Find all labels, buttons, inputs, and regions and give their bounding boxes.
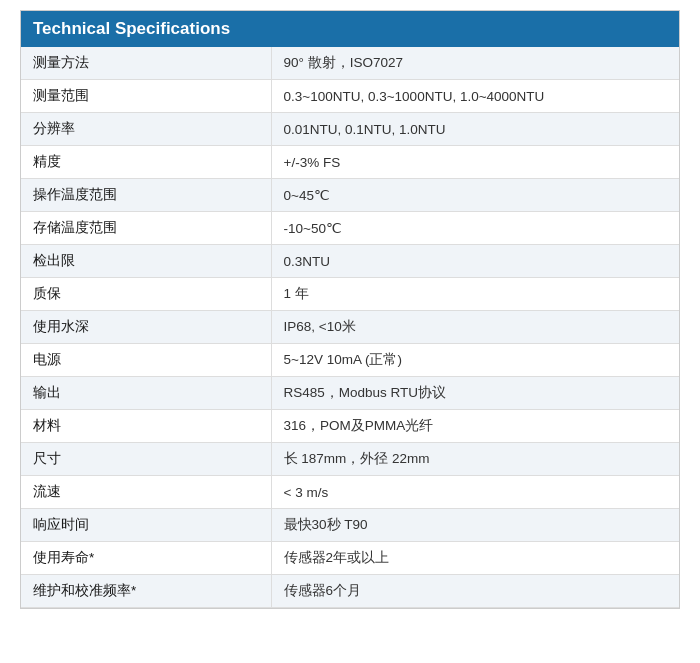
row-value: IP68, <10米 (271, 311, 679, 344)
row-value: 316，POM及PMMA光纤 (271, 410, 679, 443)
table-row: 分辨率0.01NTU, 0.1NTU, 1.0NTU (21, 113, 679, 146)
row-label: 输出 (21, 377, 271, 410)
table-row: 输出RS485，Modbus RTU协议 (21, 377, 679, 410)
specs-table: 测量方法90° 散射，ISO7027测量范围0.3~100NTU, 0.3~10… (21, 47, 679, 608)
table-row: 尺寸长 187mm，外径 22mm (21, 443, 679, 476)
row-label: 分辨率 (21, 113, 271, 146)
row-value: 0.01NTU, 0.1NTU, 1.0NTU (271, 113, 679, 146)
table-row: 维护和校准频率*传感器6个月 (21, 575, 679, 608)
row-value: 传感器2年或以上 (271, 542, 679, 575)
row-label: 操作温度范围 (21, 179, 271, 212)
row-label: 检出限 (21, 245, 271, 278)
row-label: 尺寸 (21, 443, 271, 476)
row-label: 精度 (21, 146, 271, 179)
row-value: 0.3~100NTU, 0.3~1000NTU, 1.0~4000NTU (271, 80, 679, 113)
table-row: 精度+/-3% FS (21, 146, 679, 179)
row-value: RS485，Modbus RTU协议 (271, 377, 679, 410)
table-row: 使用水深IP68, <10米 (21, 311, 679, 344)
table-row: 响应时间最快30秒 T90 (21, 509, 679, 542)
table-row: 流速< 3 m/s (21, 476, 679, 509)
table-row: 测量范围0.3~100NTU, 0.3~1000NTU, 1.0~4000NTU (21, 80, 679, 113)
table-row: 材料316，POM及PMMA光纤 (21, 410, 679, 443)
row-label: 存储温度范围 (21, 212, 271, 245)
table-row: 电源5~12V 10mA (正常) (21, 344, 679, 377)
row-value: 90° 散射，ISO7027 (271, 47, 679, 80)
table-row: 操作温度范围0~45℃ (21, 179, 679, 212)
row-value: 0.3NTU (271, 245, 679, 278)
table-row: 质保1 年 (21, 278, 679, 311)
specs-container: Technical Specifications 测量方法90° 散射，ISO7… (20, 10, 680, 609)
row-label: 质保 (21, 278, 271, 311)
row-label: 测量方法 (21, 47, 271, 80)
table-row: 使用寿命*传感器2年或以上 (21, 542, 679, 575)
row-label: 响应时间 (21, 509, 271, 542)
row-value: 最快30秒 T90 (271, 509, 679, 542)
table-row: 检出限0.3NTU (21, 245, 679, 278)
row-label: 使用水深 (21, 311, 271, 344)
row-label: 测量范围 (21, 80, 271, 113)
row-value: 长 187mm，外径 22mm (271, 443, 679, 476)
table-row: 测量方法90° 散射，ISO7027 (21, 47, 679, 80)
row-label: 维护和校准频率* (21, 575, 271, 608)
row-label: 流速 (21, 476, 271, 509)
row-value: 5~12V 10mA (正常) (271, 344, 679, 377)
row-label: 使用寿命* (21, 542, 271, 575)
row-value: < 3 m/s (271, 476, 679, 509)
row-label: 材料 (21, 410, 271, 443)
specs-title: Technical Specifications (33, 19, 230, 38)
row-label: 电源 (21, 344, 271, 377)
row-value: 0~45℃ (271, 179, 679, 212)
specs-header: Technical Specifications (21, 11, 679, 47)
row-value: +/-3% FS (271, 146, 679, 179)
row-value: -10~50℃ (271, 212, 679, 245)
row-value: 传感器6个月 (271, 575, 679, 608)
row-value: 1 年 (271, 278, 679, 311)
table-row: 存储温度范围-10~50℃ (21, 212, 679, 245)
